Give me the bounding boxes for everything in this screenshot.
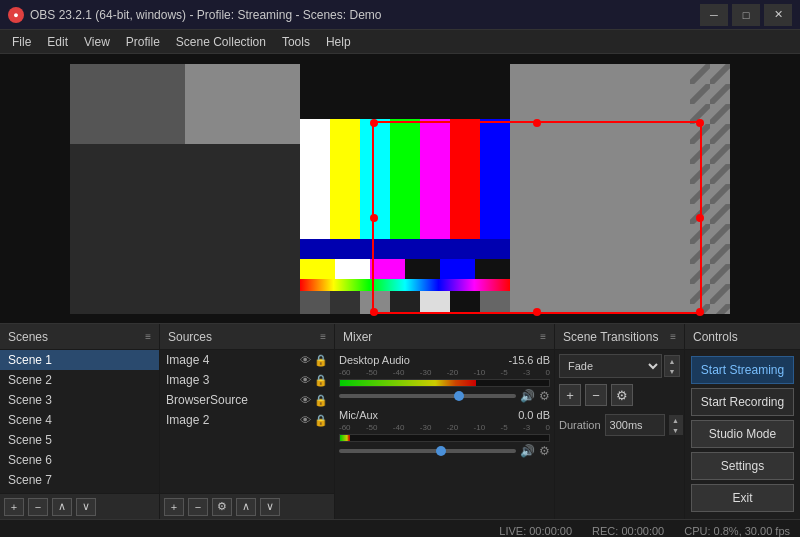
svg-rect-26 <box>480 291 510 314</box>
mixer-controls: 🔊 ⚙ <box>339 444 550 458</box>
sources-settings-button[interactable]: ⚙ <box>212 498 232 516</box>
svg-rect-4 <box>300 119 330 239</box>
svg-rect-5 <box>330 119 360 239</box>
volume-slider[interactable] <box>339 449 516 453</box>
mute-icon[interactable]: 🔊 <box>520 389 535 403</box>
channel-db: 0.0 dB <box>518 409 550 421</box>
source-item[interactable]: Image 4 👁 🔒 <box>160 350 334 370</box>
scenes-panel: Scenes ≡ Scene 1 Scene 2 Scene 3 Scene 4… <box>0 324 160 519</box>
lock-icon[interactable]: 🔒 <box>314 354 328 367</box>
mixer-channel-mic: Mic/Aux 0.0 dB -60-50-40-30-20-10-5-30 🔊… <box>339 409 550 458</box>
menu-scene-collection[interactable]: Scene Collection <box>168 31 274 53</box>
close-button[interactable]: ✕ <box>764 4 792 26</box>
source-icons: 👁 🔒 <box>300 414 328 427</box>
studio-mode-button[interactable]: Studio Mode <box>691 420 794 448</box>
mixer-settings-icon[interactable]: ⚙ <box>539 389 550 403</box>
svg-rect-7 <box>390 119 420 239</box>
svg-rect-13 <box>335 259 370 279</box>
scenes-up-button[interactable]: ∧ <box>52 498 72 516</box>
lock-icon[interactable]: 🔒 <box>314 414 328 427</box>
transition-settings-button[interactable]: ⚙ <box>611 384 633 406</box>
eye-icon[interactable]: 👁 <box>300 394 311 407</box>
lock-icon[interactable]: 🔒 <box>314 374 328 387</box>
transition-spin-down[interactable]: ▼ <box>665 366 679 376</box>
svg-rect-29 <box>690 64 730 314</box>
transitions-menu-icon[interactable]: ≡ <box>670 331 676 342</box>
svg-rect-25 <box>450 291 480 314</box>
menu-file[interactable]: File <box>4 31 39 53</box>
transition-spin-up[interactable]: ▲ <box>665 356 679 366</box>
transition-buttons: + − ⚙ <box>559 384 680 406</box>
scene-item[interactable]: Scene 2 <box>0 370 159 390</box>
scene-item[interactable]: Scene 5 <box>0 430 159 450</box>
start-recording-button[interactable]: Start Recording <box>691 388 794 416</box>
svg-rect-15 <box>405 259 440 279</box>
scenes-remove-button[interactable]: − <box>28 498 48 516</box>
exit-button[interactable]: Exit <box>691 484 794 512</box>
transition-add-button[interactable]: + <box>559 384 581 406</box>
scene-item[interactable]: Scene 3 <box>0 390 159 410</box>
scene-item[interactable]: Scene 7 <box>0 470 159 490</box>
volume-slider[interactable] <box>339 394 516 398</box>
sources-add-button[interactable]: + <box>164 498 184 516</box>
mixer-channel-desktop: Desktop Audio -15.6 dB -60-50-40-30-20-1… <box>339 354 550 403</box>
mixer-channel-header: Desktop Audio -15.6 dB <box>339 354 550 366</box>
mute-icon[interactable]: 🔊 <box>520 444 535 458</box>
mixer-controls: 🔊 ⚙ <box>339 389 550 403</box>
meter-fill <box>340 435 350 441</box>
minimize-button[interactable]: ─ <box>700 4 728 26</box>
scenes-title: Scenes <box>8 330 48 344</box>
duration-input[interactable] <box>605 414 665 436</box>
scenes-down-button[interactable]: ∨ <box>76 498 96 516</box>
scenes-add-button[interactable]: + <box>4 498 24 516</box>
svg-rect-8 <box>420 119 450 239</box>
source-item[interactable]: BrowserSource 👁 🔒 <box>160 390 334 410</box>
sources-menu-icon[interactable]: ≡ <box>320 331 326 342</box>
mixer-title: Mixer <box>343 330 372 344</box>
mixer-channel-header: Mic/Aux 0.0 dB <box>339 409 550 421</box>
lock-icon[interactable]: 🔒 <box>314 394 328 407</box>
source-icons: 👁 🔒 <box>300 374 328 387</box>
controls-title: Controls <box>693 330 738 344</box>
svg-rect-6 <box>360 119 390 239</box>
eye-icon[interactable]: 👁 <box>300 354 311 367</box>
start-streaming-button[interactable]: Start Streaming <box>691 356 794 384</box>
scene-item[interactable]: Scene 1 <box>0 350 159 370</box>
transition-type-select[interactable]: Fade Cut Swipe <box>559 354 662 378</box>
menu-view[interactable]: View <box>76 31 118 53</box>
menu-help[interactable]: Help <box>318 31 359 53</box>
mixer-menu-icon[interactable]: ≡ <box>540 331 546 342</box>
mixer-panel: Mixer ≡ Desktop Audio -15.6 dB -60-50-40… <box>335 324 555 519</box>
menu-tools[interactable]: Tools <box>274 31 318 53</box>
live-status: LIVE: 00:00:00 <box>499 525 572 537</box>
source-item[interactable]: Image 3 👁 🔒 <box>160 370 334 390</box>
source-item[interactable]: Image 2 👁 🔒 <box>160 410 334 430</box>
source-name: Image 4 <box>166 353 209 367</box>
scenes-menu-icon[interactable]: ≡ <box>145 331 151 342</box>
duration-spin-up[interactable]: ▲ <box>669 415 683 425</box>
menu-profile[interactable]: Profile <box>118 31 168 53</box>
desktop-audio-meter <box>339 379 550 387</box>
sources-up-button[interactable]: ∧ <box>236 498 256 516</box>
svg-rect-21 <box>330 291 360 314</box>
mixer-settings-icon[interactable]: ⚙ <box>539 444 550 458</box>
controls-panel-header: Controls <box>685 324 800 350</box>
menu-edit[interactable]: Edit <box>39 31 76 53</box>
svg-rect-12 <box>300 259 335 279</box>
svg-rect-11 <box>300 239 510 259</box>
titlebar-controls: ─ □ ✕ <box>700 4 792 26</box>
preview-area <box>0 54 800 324</box>
scene-item[interactable]: Scene 4 <box>0 410 159 430</box>
duration-spin-down[interactable]: ▼ <box>669 425 683 435</box>
transition-remove-button[interactable]: − <box>585 384 607 406</box>
scene-item[interactable]: Scene 6 <box>0 450 159 470</box>
settings-button[interactable]: Settings <box>691 452 794 480</box>
eye-icon[interactable]: 👁 <box>300 414 311 427</box>
svg-rect-3 <box>185 64 300 144</box>
maximize-button[interactable]: □ <box>732 4 760 26</box>
sources-down-button[interactable]: ∨ <box>260 498 280 516</box>
sources-remove-button[interactable]: − <box>188 498 208 516</box>
bottom-panels: Scenes ≡ Scene 1 Scene 2 Scene 3 Scene 4… <box>0 324 800 519</box>
eye-icon[interactable]: 👁 <box>300 374 311 387</box>
controls-content: Start Streaming Start Recording Studio M… <box>685 350 800 519</box>
